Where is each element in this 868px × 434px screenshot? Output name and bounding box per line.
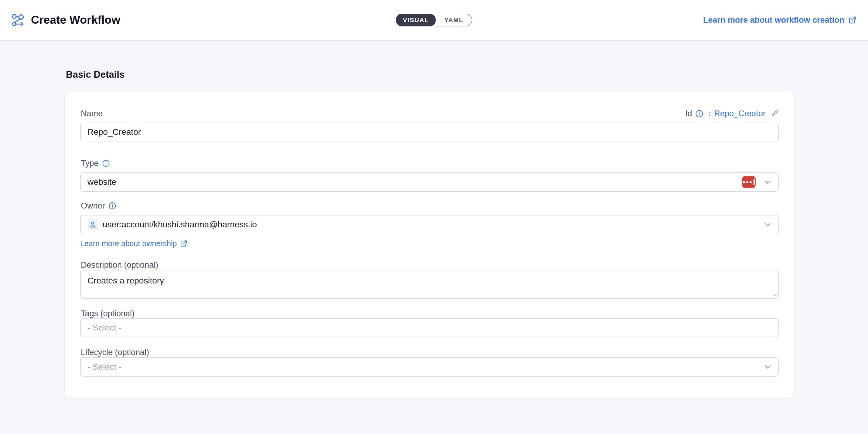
id-info-icon[interactable] (695, 109, 703, 118)
id-label: Id (685, 109, 692, 119)
lifecycle-label-wrap: Lifecycle (optional) (81, 347, 779, 357)
owner-field: Owner user:account/khushi.sharma@ (80, 201, 779, 248)
tags-label: Tags (optional) (81, 309, 134, 319)
owner-info-icon[interactable] (108, 202, 116, 210)
description-label: Description (optional) (81, 260, 158, 270)
lifecycle-label: Lifecycle (optional) (81, 347, 149, 357)
description-textarea-wrap (80, 270, 779, 299)
learn-ownership-link[interactable]: Learn more about ownership (80, 239, 187, 248)
toggle-yaml[interactable]: YAML (436, 14, 472, 26)
owner-label-wrap: Owner (81, 201, 779, 211)
learn-workflow-creation-label: Learn more about workflow creation (703, 15, 844, 25)
title-group: Create Workflow (11, 13, 120, 27)
external-link-icon (180, 240, 187, 247)
tags-label-wrap: Tags (optional) (81, 309, 779, 319)
password-manager-autofill-icon[interactable] (742, 176, 756, 188)
chevron-down-icon (764, 220, 772, 229)
user-icon (88, 219, 98, 230)
type-info-icon[interactable] (102, 159, 110, 167)
owner-value: user:account/khushi.sharma@harness.io (103, 220, 257, 229)
type-select-right (742, 176, 772, 188)
description-field: Description (optional) (80, 260, 779, 299)
name-label: Name (81, 109, 103, 119)
page-header: Create Workflow VISUAL YAML Learn more a… (0, 0, 868, 41)
lifecycle-select-right (764, 363, 772, 371)
lifecycle-field: Lifecycle (optional) - Select - (80, 347, 779, 377)
page-body: Basic Details Name Id : Repo_Creator (0, 41, 868, 398)
description-textarea[interactable] (80, 270, 779, 299)
visual-yaml-toggle[interactable]: VISUAL YAML (396, 14, 472, 26)
lifecycle-select[interactable]: - Select - (80, 357, 779, 377)
learn-ownership-label: Learn more about ownership (80, 239, 177, 248)
basic-details-card: Name Id : Repo_Creator (65, 92, 794, 398)
type-label: Type (81, 159, 99, 168)
section-title: Basic Details (66, 69, 868, 80)
chevron-down-icon (764, 363, 772, 371)
id-value[interactable]: Repo_Creator (714, 109, 766, 119)
owner-select-right (764, 220, 772, 229)
tags-input[interactable] (80, 319, 779, 337)
owner-label: Owner (81, 201, 105, 211)
edit-id-icon[interactable] (771, 109, 779, 118)
description-label-wrap: Description (optional) (81, 260, 779, 270)
name-input[interactable] (80, 123, 779, 141)
toggle-visual[interactable]: VISUAL (396, 14, 436, 26)
lifecycle-placeholder: - Select - (88, 362, 122, 372)
external-link-icon (848, 16, 857, 24)
learn-workflow-creation-link[interactable]: Learn more about workflow creation (703, 15, 857, 25)
tags-field: Tags (optional) (80, 309, 779, 337)
page-title: Create Workflow (31, 14, 120, 26)
workflow-icon (11, 13, 25, 27)
owner-select[interactable]: user:account/khushi.sharma@harness.io (80, 215, 779, 234)
name-id-row: Name Id : Repo_Creator (80, 109, 779, 119)
id-separator: : (708, 109, 711, 119)
id-row: Id : Repo_Creator (685, 109, 779, 119)
type-label-wrap: Type (81, 159, 779, 168)
type-field: Type website (80, 159, 779, 192)
type-select[interactable]: website (80, 172, 779, 192)
chevron-down-icon (764, 178, 772, 186)
type-value: website (88, 177, 116, 187)
name-label-wrap: Name (81, 109, 103, 119)
